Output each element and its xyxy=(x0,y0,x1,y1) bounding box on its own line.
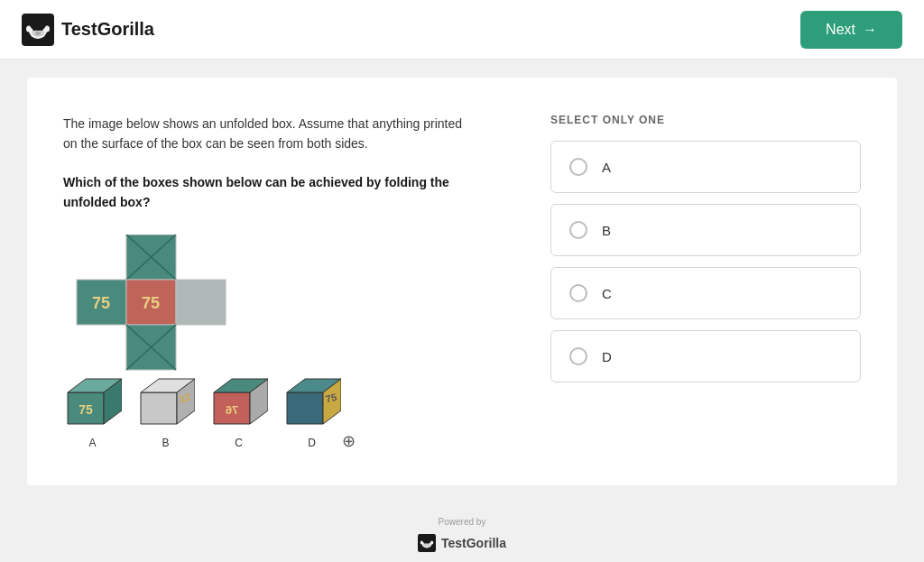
footer-logo-icon xyxy=(418,534,436,552)
radio-c[interactable] xyxy=(569,284,587,302)
svg-text:75: 75 xyxy=(92,294,110,312)
svg-marker-24 xyxy=(141,392,177,424)
question-bold: Which of the boxes shown below can be ac… xyxy=(63,172,478,213)
cube-options-row: 75 A 12 B xyxy=(63,374,478,449)
cube-option-c: 76 C xyxy=(209,374,268,449)
option-c-label: C xyxy=(602,286,612,301)
cube-d-label: D xyxy=(308,437,316,449)
svg-text:76: 76 xyxy=(226,403,238,417)
footer: Powered by TestGorilla xyxy=(0,503,924,562)
radio-a[interactable] xyxy=(569,158,587,176)
svg-text:75: 75 xyxy=(79,402,93,417)
option-a[interactable]: A xyxy=(550,141,861,193)
cube-option-d: 75 D ⊕ xyxy=(282,374,341,449)
main-content: The image below shows an unfolded box. A… xyxy=(27,78,897,485)
cube-option-b: 12 B xyxy=(136,374,195,449)
header: TestGorilla Next → xyxy=(0,0,924,60)
option-b[interactable]: B xyxy=(550,204,861,256)
question-description: The image below shows an unfolded box. A… xyxy=(63,114,478,154)
option-b-label: B xyxy=(602,223,611,238)
next-button[interactable]: Next → xyxy=(800,11,902,49)
option-a-label: A xyxy=(602,160,611,175)
cube-a-label: A xyxy=(88,437,96,449)
option-d[interactable]: D xyxy=(550,330,861,382)
cube-option-a: 75 A xyxy=(63,374,122,449)
cube-c-label: C xyxy=(235,437,243,449)
right-panel: SELECT ONLY ONE A B C D xyxy=(550,114,861,449)
left-panel: The image below shows an unfolded box. A… xyxy=(63,114,478,449)
svg-text:75: 75 xyxy=(142,294,160,312)
zoom-icon: ⊕ xyxy=(342,431,356,451)
footer-brand: TestGorilla xyxy=(418,534,506,552)
radio-b[interactable] xyxy=(569,221,587,239)
logo: TestGorilla xyxy=(22,14,154,46)
footer-brand-text: TestGorilla xyxy=(441,536,506,550)
svg-point-8 xyxy=(30,18,46,31)
unfolded-box-diagram: 75 75 xyxy=(63,235,478,374)
svg-point-43 xyxy=(422,537,431,544)
arrow-right-icon: → xyxy=(863,22,877,38)
option-d-label: D xyxy=(602,349,612,364)
select-label: SELECT ONLY ONE xyxy=(550,114,861,126)
cube-b-label: B xyxy=(162,437,169,449)
option-c[interactable]: C xyxy=(550,267,861,319)
logo-text: TestGorilla xyxy=(61,19,154,40)
svg-marker-32 xyxy=(287,392,323,424)
logo-icon xyxy=(22,14,54,46)
svg-point-5 xyxy=(35,32,41,35)
svg-rect-16 xyxy=(176,280,226,325)
radio-d[interactable] xyxy=(569,347,587,365)
footer-powered-by: Powered by xyxy=(439,517,486,527)
